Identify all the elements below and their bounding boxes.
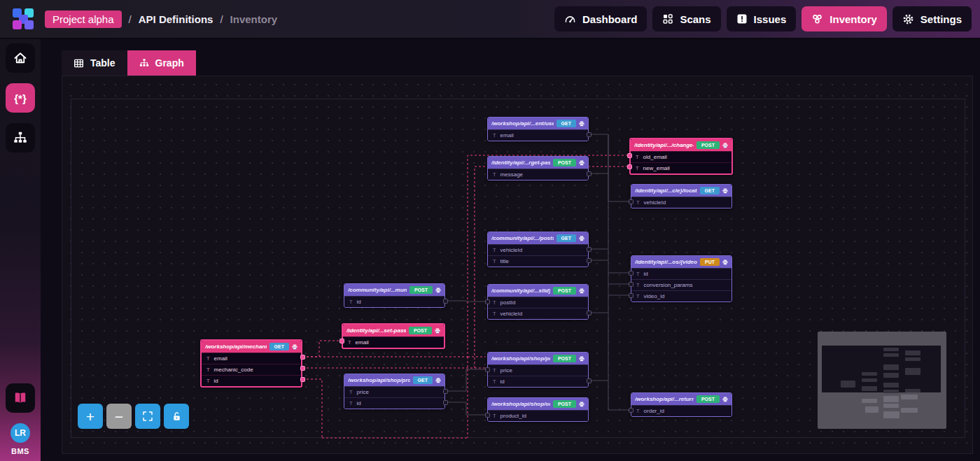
node-field-price: Tprice — [488, 364, 588, 376]
breadcrumb-project-badge[interactable]: Project alpha — [45, 10, 122, 28]
method-badge: POST — [696, 141, 720, 149]
sidebar-item-sitemap[interactable] — [6, 123, 35, 153]
handle-videos-video_id[interactable] — [629, 293, 634, 298]
field-type: T — [636, 408, 640, 414]
nav-button-settings[interactable]: Settings — [892, 6, 972, 31]
handle-change-email-old_email[interactable] — [627, 153, 632, 158]
method-badge: GET — [700, 187, 720, 194]
node-path: /identity/api/...set-password — [346, 327, 406, 334]
nav-button-dashboard[interactable]: Dashboard — [554, 6, 647, 31]
field-type: T — [206, 367, 210, 373]
api-node-posts-recent[interactable]: /community/api/.../posts/recentGETTvehic… — [487, 232, 589, 267]
api-node-users-all[interactable]: /workshop/api/...ent/users/allGETTemail — [487, 117, 589, 141]
node-header: /community/api/...munity/postsPOST — [344, 284, 444, 296]
api-node-return-order[interactable]: /workshop/api/...return_orderPOSTTorder_… — [631, 392, 732, 417]
api-node-reset-password[interactable]: /identity/api/...set-passwordPOSTTemail — [342, 323, 445, 349]
minimap-node — [862, 372, 877, 376]
minimap-viewport[interactable] — [822, 346, 941, 392]
field-type: T — [493, 247, 496, 253]
node-field-email: Temail — [202, 353, 301, 364]
api-node-community-posts[interactable]: /community/api/...munity/postsPOSTTid — [344, 283, 445, 308]
method-badge: GET — [270, 343, 289, 350]
field-name: video_id — [644, 293, 665, 299]
handle-community-posts-id[interactable] — [443, 299, 448, 304]
api-node-mechanic[interactable]: /workshop/api/mechanic/GETTemailTmechani… — [200, 339, 302, 388]
handle-users-all-email[interactable] — [587, 132, 592, 137]
handle-shop-orders-product_id[interactable] — [485, 413, 490, 418]
field-type: T — [493, 258, 496, 264]
docs-button[interactable] — [6, 383, 35, 413]
printer-icon — [292, 344, 298, 350]
edge-highlighted — [302, 341, 342, 357]
home-icon — [13, 51, 27, 65]
edge — [589, 134, 631, 201]
api-node-shop-orders[interactable]: /workshop/api/shop/ordersPOSTTproduct_id — [487, 397, 589, 422]
lock-button[interactable] — [164, 404, 189, 429]
nav-button-issues[interactable]: Issues — [727, 6, 797, 31]
handle-reset-password-email[interactable] — [340, 339, 344, 343]
graph-canvas[interactable]: /workshop/api/mechanic/GETTemailTmechani… — [62, 76, 973, 454]
zoom-out-button[interactable]: − — [106, 404, 132, 429]
field-type: T — [636, 271, 640, 277]
handle-shop-products-get-id[interactable] — [443, 400, 448, 405]
braces-icon: {*} — [14, 92, 27, 104]
handle-posts-recent-vehicleId[interactable] — [587, 247, 592, 252]
api-node-shop-products-get[interactable]: /workshop/api/shop/productsGETTpriceTid — [344, 374, 445, 409]
printer-icon — [579, 236, 584, 241]
field-name: price — [357, 389, 369, 395]
api-node-videos[interactable]: /identity/api/...os/{video_id}PUTTidTcon… — [631, 255, 732, 302]
edge — [445, 301, 487, 302]
handle-change-email-new_email[interactable] — [627, 164, 632, 169]
minimap[interactable] — [818, 332, 946, 429]
api-node-change-email[interactable]: /identity/api/.../change-emailPOSTTold_e… — [629, 138, 733, 175]
node-field-vehicleId: TvehicleId — [488, 308, 588, 319]
tab-table[interactable]: Table — [62, 50, 127, 76]
handle-videos-id[interactable] — [629, 271, 634, 276]
node-path: /community/api/.../posts/recent — [491, 235, 554, 241]
breadcrumb-section[interactable]: API Definitions — [139, 13, 214, 25]
tab-graph[interactable]: Graph — [127, 50, 196, 76]
handle-shop-products-post-id[interactable] — [587, 378, 592, 383]
avatar[interactable]: LR — [10, 423, 30, 443]
scans-icon — [662, 13, 673, 24]
field-name: vehicleId — [500, 247, 523, 253]
handle-post-comment-vehicleId[interactable] — [587, 311, 592, 315]
api-node-shop-products-post[interactable]: /workshop/api/shop/productsPOSTTpriceTid — [487, 352, 589, 388]
handle-posts-recent-title[interactable] — [587, 258, 592, 263]
method-badge: GET — [413, 376, 433, 384]
api-node-vehicle-location[interactable]: /identity/api/...cle}/locationGETTvehicl… — [631, 184, 732, 208]
handle-mechanic-email[interactable] — [300, 355, 305, 360]
api-node-forget-password[interactable]: /identity/api/...rget-passwordPOSTTmessa… — [487, 156, 589, 180]
sidebar-item-home[interactable] — [6, 43, 35, 73]
handle-mechanic-mechanic_code[interactable] — [300, 366, 305, 371]
printer-icon — [579, 288, 584, 294]
field-name: message — [500, 171, 523, 178]
fit-view-button[interactable] — [135, 404, 160, 429]
node-field-mechanic_code: Tmechanic_code — [202, 364, 301, 375]
node-path: /workshop/api/shop/orders — [491, 401, 550, 407]
sidebar-item-api-definitions[interactable]: {*} — [6, 83, 35, 113]
field-type: T — [348, 339, 351, 346]
node-path: /identity/api/...os/{video_id} — [635, 259, 697, 265]
handle-forget-password-message[interactable] — [587, 171, 592, 176]
field-type: T — [636, 199, 640, 206]
node-path: /workshop/api/...ent/users/all — [491, 120, 554, 127]
handle-post-comment-postId[interactable] — [485, 299, 490, 304]
handle-shop-products-post-price[interactable] — [485, 367, 490, 372]
field-type: T — [349, 299, 353, 305]
field-name: id — [214, 378, 218, 384]
nav-button-scans[interactable]: Scans — [652, 6, 720, 31]
handle-vehicle-location-vehicleId[interactable] — [629, 199, 634, 204]
handle-shop-products-get-price[interactable] — [443, 389, 448, 394]
tab-label: Table — [90, 57, 115, 69]
zoom-in-button[interactable]: + — [78, 404, 103, 429]
field-name: email — [214, 355, 227, 362]
handle-return-order-order_id[interactable] — [629, 408, 634, 413]
nav-button-inventory[interactable]: Inventory — [802, 6, 887, 31]
node-header: /workshop/api/...ent/users/allGET — [488, 118, 588, 129]
app-logo[interactable] — [13, 8, 34, 29]
handle-videos-conversion_params[interactable] — [629, 282, 634, 287]
handle-mechanic-id[interactable] — [300, 377, 305, 382]
api-node-post-comment[interactable]: /community/api/...stId}/commentPOSTTpost… — [487, 284, 589, 320]
field-name: vehicleId — [644, 199, 666, 206]
